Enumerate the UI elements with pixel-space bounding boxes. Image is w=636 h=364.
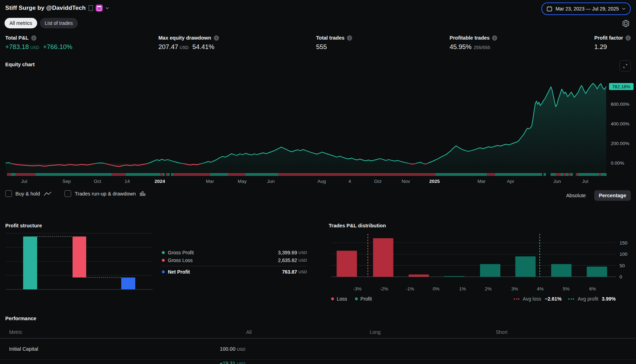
loss-dot [331, 297, 334, 300]
svg-text:4%: 4% [537, 286, 544, 291]
row-value-next: +19.31USD [189, 360, 245, 364]
equity-x-tick: Jul [582, 179, 588, 184]
svg-text:-2%: -2% [380, 286, 388, 291]
chevron-down-icon[interactable] [105, 7, 109, 9]
equity-x-tick: 14 [124, 179, 130, 184]
equity-x-tick: Mar [477, 179, 485, 184]
trade-strip-segment [36, 173, 111, 176]
col-header-all: All [196, 329, 252, 335]
trade-strip-segment [246, 173, 278, 176]
strategy-header: Stiff Surge by @DaviddTech [5, 5, 109, 12]
trades-runup-drawdown-toggle[interactable]: Trades run-up & drawdown [64, 190, 145, 197]
profit-structure-legend: Gross Profit 3,399.69 USD Gross Loss 2,6… [162, 249, 307, 276]
tab-all-metrics[interactable]: All metrics [5, 18, 37, 28]
performance-title: Performance [5, 316, 36, 321]
trades-strip [7, 173, 607, 176]
info-icon[interactable]: i [492, 35, 497, 41]
hist-bar [515, 256, 536, 277]
trade-strip-segment [563, 173, 566, 176]
trade-strip-segment [566, 173, 568, 176]
legend-loss: Loss [331, 296, 347, 302]
scale-switch: Absolute Percentage [563, 190, 631, 201]
svg-text:6%: 6% [589, 286, 596, 291]
svg-text:0%: 0% [433, 286, 440, 291]
calendar-icon [547, 6, 552, 12]
metric-label: Total P&L [5, 35, 29, 41]
settings-gear-icon[interactable] [622, 19, 630, 28]
info-icon[interactable]: i [347, 35, 352, 41]
trade-strip-segment [487, 173, 495, 176]
svg-text:-1%: -1% [406, 286, 414, 291]
trade-strip-segment [568, 173, 570, 176]
absolute-scale-button[interactable]: Absolute [563, 191, 588, 200]
legend-divider [162, 266, 307, 266]
legend-row-gross-profit: Gross Profit 3,399.69 USD [162, 249, 307, 256]
net-profit-dot [162, 270, 165, 273]
hist-bar [587, 267, 607, 277]
hist-bar [409, 275, 429, 277]
trade-strip-segment [573, 173, 576, 176]
equity-x-tick: Jun [267, 179, 275, 184]
svg-text:50: 50 [620, 263, 625, 268]
equity-chart-title: Equity chart [5, 62, 35, 67]
avg-profit-value: 3.99% [602, 296, 616, 302]
metrics-tabs: All metrics List of trades [5, 18, 78, 28]
checkbox-label: Trades run-up & drawdown [75, 191, 136, 197]
equity-x-tick: Apr [507, 179, 514, 184]
col-header-short: Short [496, 329, 507, 335]
legend-profit: Profit [355, 296, 372, 302]
chevron-down-icon [622, 8, 625, 10]
trade-strip-segment [436, 173, 487, 176]
col-header-long: Long [370, 329, 381, 335]
equity-x-tick: Jul [21, 179, 27, 184]
pnl-distribution-chart[interactable]: 150100500-3%-2%-1%0%1%2%3%4%5%6% [329, 228, 636, 295]
avg-loss-dash-icon [514, 298, 519, 300]
svg-text:150: 150 [620, 240, 628, 246]
date-range-button[interactable]: Mar 23, 2023 — Jul 29, 2025 [541, 2, 631, 15]
equity-last-value-badge: 782.16% [609, 83, 634, 90]
hist-bar [373, 238, 394, 277]
hist-bar [480, 264, 500, 277]
equity-chart-canvas[interactable] [0, 70, 636, 175]
strategy-app-icon[interactable] [96, 5, 103, 12]
checkbox[interactable] [5, 190, 12, 197]
pnl-distribution-legend: Loss Profit Avg loss −2.61% Avg profit 3… [331, 296, 616, 302]
trade-strip-segment [15, 173, 36, 176]
metric-label: Max equity drawdown [158, 35, 211, 41]
metric-label: Profit factor [594, 35, 623, 41]
avg-loss-label: Avg loss [523, 296, 541, 302]
metric-label: Total trades [316, 35, 344, 41]
metric-extra: 54.41% [192, 43, 214, 51]
profit-structure-chart[interactable] [0, 229, 158, 293]
equity-x-tick: Oct [374, 179, 381, 184]
metric-value: 1.29 [594, 43, 607, 51]
equity-x-tick: Jun [553, 179, 561, 184]
trade-strip-segment [543, 173, 546, 176]
avg-profit-dash-icon [568, 298, 574, 300]
date-range-label: Mar 23, 2023 — Jul 29, 2025 [555, 6, 619, 12]
percentage-scale-button[interactable]: Percentage [594, 190, 631, 201]
checkbox-label: Buy & hold [15, 191, 40, 197]
equity-x-tick: Oct [94, 179, 101, 184]
metric-extra: 255/555 [474, 45, 490, 50]
svg-text:5%: 5% [563, 286, 570, 291]
trade-strip-segment [173, 173, 210, 176]
missing-glyph-box [89, 5, 93, 11]
trade-strip-segment [160, 173, 163, 176]
pnl-distribution-title: Trades P&L distribution [329, 223, 386, 228]
metric-unit: USD [30, 45, 39, 50]
trade-strip-segment [7, 173, 11, 176]
profit-structure-title: Profit structure [5, 223, 42, 228]
equity-x-tick: Mar [206, 179, 214, 184]
info-icon[interactable]: i [625, 35, 631, 41]
hist-bar [337, 251, 357, 277]
strategy-title: Stiff Surge by @DaviddTech [5, 5, 86, 12]
tab-list-of-trades[interactable]: List of trades [40, 18, 78, 28]
checkbox[interactable] [64, 190, 71, 197]
info-icon[interactable]: i [31, 35, 36, 41]
trade-strip-segment [570, 173, 573, 176]
info-icon[interactable]: i [214, 35, 219, 41]
equity-x-tick: Sep [62, 179, 71, 184]
col-header-metric: Metric [9, 329, 22, 335]
buy-and-hold-toggle[interactable]: Buy & hold [5, 190, 52, 197]
